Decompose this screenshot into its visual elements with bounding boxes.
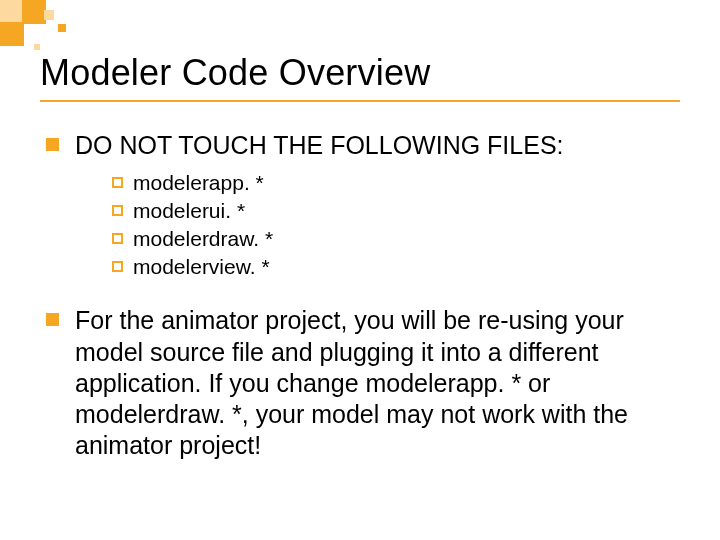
corner-decoration [0, 0, 90, 46]
bullet-level2: modelerview. * [112, 255, 680, 279]
square-bullet-icon [46, 313, 59, 326]
sub-bullet-list: modelerapp. * modelerui. * modelerdraw. … [112, 171, 680, 279]
bullet-level1: DO NOT TOUCH THE FOLLOWING FILES: [46, 130, 680, 161]
slide-title: Modeler Code Overview [40, 52, 680, 94]
square-bullet-icon [46, 138, 59, 151]
hollow-square-bullet-icon [112, 233, 123, 244]
hollow-square-bullet-icon [112, 261, 123, 272]
sub-bullet-text: modelerview. * [133, 255, 270, 279]
bullet-text: For the animator project, you will be re… [75, 305, 680, 461]
sub-bullet-text: modelerdraw. * [133, 227, 273, 251]
sub-bullet-text: modelerui. * [133, 199, 245, 223]
hollow-square-bullet-icon [112, 177, 123, 188]
sub-bullet-text: modelerapp. * [133, 171, 264, 195]
bullet-level2: modelerui. * [112, 199, 680, 223]
hollow-square-bullet-icon [112, 205, 123, 216]
title-underline [40, 100, 680, 102]
bullet-level2: modelerdraw. * [112, 227, 680, 251]
bullet-text: DO NOT TOUCH THE FOLLOWING FILES: [75, 130, 680, 161]
bullet-level2: modelerapp. * [112, 171, 680, 195]
bullet-level1: For the animator project, you will be re… [46, 305, 680, 461]
slide-body: Modeler Code Overview DO NOT TOUCH THE F… [0, 0, 720, 462]
